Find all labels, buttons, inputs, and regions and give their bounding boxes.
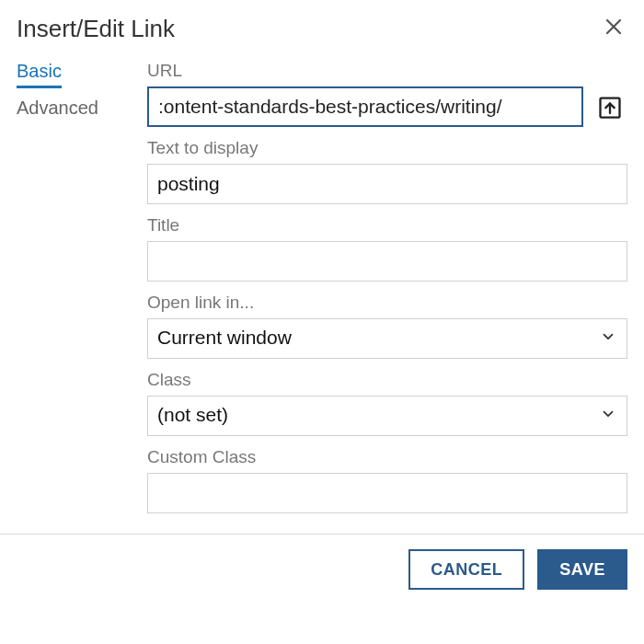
form-fields: URL Text to display Tit: [147, 61, 627, 524]
open-link-label: Open link in...: [147, 293, 627, 313]
cancel-button[interactable]: CANCEL: [408, 549, 524, 590]
class-label: Class: [147, 370, 627, 390]
insert-edit-link-dialog: Insert/Edit Link Basic Advanced URL: [0, 0, 644, 524]
text-to-display-input[interactable]: [147, 164, 627, 204]
custom-class-label: Custom Class: [147, 447, 627, 467]
title-label: Title: [147, 215, 627, 236]
tab-advanced[interactable]: Advanced: [17, 98, 127, 119]
tabs: Basic Advanced: [17, 61, 127, 524]
title-input[interactable]: [147, 241, 627, 282]
text-to-display-label: Text to display: [147, 138, 627, 158]
class-select[interactable]: (not set): [147, 396, 627, 436]
save-button[interactable]: SAVE: [537, 549, 627, 590]
url-label: URL: [147, 61, 627, 81]
field-open-link: Open link in... Current window: [147, 293, 627, 359]
field-title: Title: [147, 215, 627, 282]
url-input[interactable]: [147, 86, 583, 127]
open-link-select[interactable]: Current window: [147, 318, 627, 359]
dialog-header: Insert/Edit Link: [17, 13, 627, 44]
dialog-title: Insert/Edit Link: [17, 15, 175, 43]
dialog-body: Basic Advanced URL Tex: [17, 61, 627, 524]
tab-basic[interactable]: Basic: [17, 61, 62, 88]
field-custom-class: Custom Class: [147, 447, 627, 513]
dialog-footer: CANCEL SAVE: [0, 534, 644, 604]
field-text-to-display: Text to display: [147, 138, 627, 204]
field-class: Class (not set): [147, 370, 627, 436]
browse-icon[interactable]: [592, 86, 627, 127]
field-url: URL: [147, 61, 627, 127]
close-icon[interactable]: [600, 13, 627, 44]
custom-class-input[interactable]: [147, 473, 627, 513]
